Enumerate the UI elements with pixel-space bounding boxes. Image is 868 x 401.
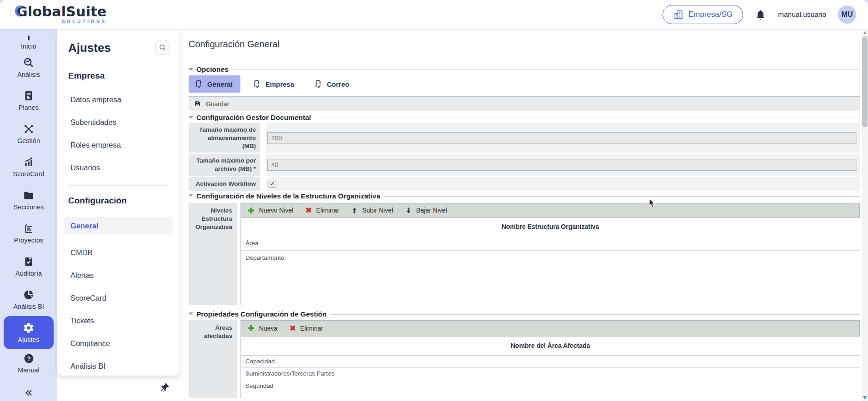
nav-item-compliance[interactable]: Compliance — [70, 338, 180, 348]
nav-section-heading-configuracion: Configuración — [68, 195, 180, 207]
nav-item-alertas[interactable]: Alertas — [70, 270, 180, 280]
sidebar-item-inicio[interactable]: Inicio — [0, 30, 57, 51]
sidebar-item-planes[interactable]: Planes — [0, 84, 57, 117]
company-selector-button[interactable]: Empresa/SG — [663, 5, 743, 24]
table-row-seguridad[interactable]: Seguridad — [241, 380, 860, 392]
plans-icon — [23, 90, 35, 102]
nav-item-usuarios[interactable]: Usuarios — [70, 163, 180, 173]
tab-empresa[interactable]: Empresa — [247, 75, 302, 93]
delete-level-button[interactable]: ✖ Eliminar — [305, 206, 339, 214]
rail-item-label: Inicio — [21, 43, 36, 50]
rail-item-label: Ajustes — [18, 336, 40, 343]
collapse-rail-button[interactable]: « — [0, 386, 57, 399]
sidebar-item-manual[interactable]: ? Manual — [0, 349, 57, 377]
sidebar-item-ajustes[interactable]: Ajustes — [4, 316, 54, 349]
table-empty-space — [241, 265, 860, 305]
pin-icon[interactable] — [160, 382, 170, 396]
building-icon — [673, 9, 684, 20]
niveles-grid-toolbar: Nuevo Nivel ✖ Eliminar Subir Nivel — [241, 203, 860, 218]
field-label: Tamaño máximo por archivo (MB) * — [189, 154, 260, 176]
vertical-scrollbar[interactable]: ▲ ▼ — [862, 29, 868, 401]
bi-pie-icon — [23, 289, 35, 301]
tab-general[interactable]: General — [189, 75, 240, 93]
bell-icon[interactable] — [755, 9, 766, 20]
nav-item-general[interactable]: General — [64, 217, 173, 235]
projects-icon — [23, 223, 35, 234]
nav-item-tickets[interactable]: Tickets — [70, 316, 180, 326]
nav-item-roles-empresa[interactable]: Roles empresa — [70, 140, 180, 150]
collapse-triangle-icon[interactable] — [189, 312, 193, 315]
icon-rail: Inicio Análisis Planes — [0, 29, 57, 401]
collapse-triangle-icon[interactable] — [189, 116, 193, 119]
grid-label: Niveles Estructura Organizativa — [189, 203, 237, 305]
section-divider-line — [384, 196, 860, 197]
sidebar-item-secciones[interactable]: Secciones — [0, 183, 57, 217]
scroll-up-arrow-icon[interactable]: ▲ — [862, 29, 868, 36]
bookmark-check-icon — [252, 79, 261, 89]
collapse-triangle-icon[interactable] — [189, 194, 193, 197]
grid-label: Áreas afectadas — [189, 320, 237, 398]
table-row-departamento[interactable]: Departamento — [241, 251, 860, 265]
scrollbar-thumb[interactable] — [862, 36, 868, 127]
field-row-almacenamiento: Tamaño máximo de almacenamiento (MB) — [189, 123, 860, 153]
nav-item-subentidades[interactable]: Subentidades — [70, 117, 180, 127]
tab-correo[interactable]: Correo — [308, 75, 357, 93]
new-area-button[interactable]: Nueva — [247, 324, 277, 332]
sidebar-item-analisis[interactable]: Análisis — [0, 51, 57, 84]
max-file-size-input[interactable] — [267, 159, 857, 171]
top-bar: GlobalSuite SOLUTIONS Empresa/SG manual.… — [0, 0, 868, 29]
field-cell — [266, 123, 860, 153]
group-divider-line — [232, 69, 860, 70]
workflow-checkbox[interactable] — [269, 180, 276, 188]
analysis-icon — [23, 57, 35, 69]
management-icon — [23, 123, 35, 135]
niveles-section-title: Configuración de Niveles de la Estructur… — [196, 192, 380, 200]
sidebar-item-gestion[interactable]: Gestión — [0, 117, 57, 150]
save-toolbar: Guardar — [189, 96, 860, 111]
section-divider-line — [314, 118, 860, 118]
delete-x-icon: ✖ — [305, 206, 312, 214]
username-label[interactable]: manual.usuario — [778, 10, 826, 19]
max-storage-input[interactable] — [267, 132, 857, 144]
page-title: Configuración General — [189, 39, 860, 50]
save-button-label: Guardar — [206, 100, 229, 108]
section-divider-line — [330, 314, 860, 315]
nav-section-heading-empresa: Empresa — [68, 70, 180, 82]
search-icon — [159, 44, 167, 52]
button-label: Nueva — [259, 325, 277, 332]
niveles-grid: Nuevo Nivel ✖ Eliminar Subir Nivel — [240, 203, 860, 305]
svg-text:?: ? — [27, 355, 30, 362]
nav-item-cmdb[interactable]: CMDB — [70, 248, 180, 257]
gestor-section-title: Configuración Gestor Documental — [196, 113, 311, 122]
globalsuite-logo: GlobalSuite SOLUTIONS — [16, 5, 107, 24]
nav-item-datos-empresa[interactable]: Datos empresa — [70, 94, 180, 104]
move-level-down-button[interactable]: Bajar Nivel — [405, 207, 447, 214]
collapse-triangle-icon[interactable] — [189, 68, 193, 71]
field-row-workflow: Activación Workflow — [189, 177, 860, 191]
rail-item-label: Proyectos — [14, 237, 43, 244]
sidebar-item-proyectos[interactable]: Proyectos — [0, 217, 57, 250]
sidebar-item-scorecard[interactable]: ScoreCard — [0, 150, 57, 183]
scroll-down-arrow-icon[interactable]: ▼ — [862, 395, 868, 401]
sidebar-item-analisis-bi[interactable]: Análisis BI — [0, 283, 57, 316]
nav-item-analisis-bi[interactable]: Análisis BI — [70, 361, 180, 371]
delete-area-button[interactable]: ✖ Eliminar — [289, 324, 323, 332]
areas-grid-row: Áreas afectadas Nueva ✖ Eliminar Nombre … — [189, 320, 860, 398]
nav-item-scorecard[interactable]: ScoreCard — [70, 293, 180, 303]
search-button[interactable] — [155, 40, 170, 55]
niveles-table-header: Nombre Estructura Organizativa — [241, 218, 860, 236]
save-button[interactable]: Guardar — [194, 100, 229, 108]
new-level-button[interactable]: Nuevo Nivel — [247, 207, 293, 214]
rail-item-label: Análisis — [17, 71, 40, 78]
move-level-up-button[interactable]: Subir Nivel — [351, 207, 393, 214]
sidebar-item-auditoria[interactable]: Auditoría — [0, 250, 57, 283]
floppy-save-icon — [194, 100, 201, 108]
avatar[interactable]: MU — [838, 5, 856, 24]
table-row-capacidad[interactable]: Capacidad — [241, 356, 860, 368]
delete-x-icon: ✖ — [289, 324, 296, 332]
rail-item-label: Planes — [19, 104, 39, 111]
table-row-suministradores[interactable]: Suministradores/Terceras Partes — [241, 368, 860, 380]
table-row-area[interactable]: Área — [241, 236, 860, 251]
field-cell — [266, 154, 860, 176]
scorecard-icon — [23, 156, 35, 168]
